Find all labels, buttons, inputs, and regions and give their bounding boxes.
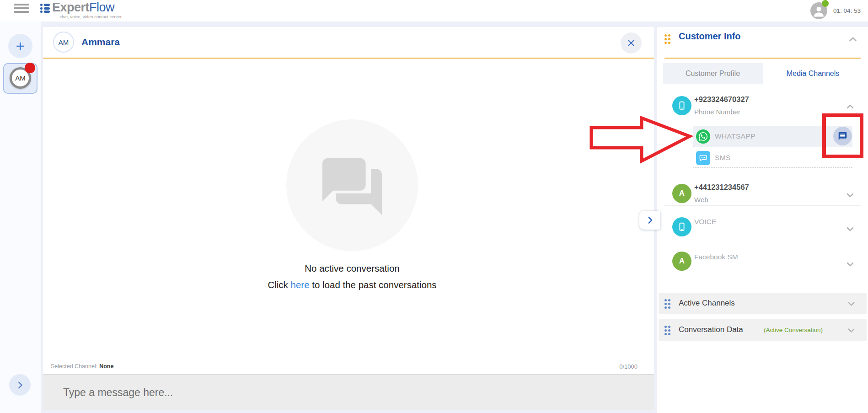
conversation-tab-ammara[interactable]: AM <box>3 63 38 94</box>
avatar-initial: A <box>679 257 685 266</box>
drag-handle-icon[interactable] <box>664 34 670 44</box>
chevron-up-icon <box>847 33 859 45</box>
logo-dots-icon <box>40 4 51 14</box>
expand-web-group-button[interactable] <box>845 190 856 203</box>
logo-text: ExpertFlow <box>52 0 114 15</box>
selected-channel-value: None <box>99 363 113 370</box>
forum-icon <box>320 153 385 218</box>
close-conversation-button[interactable] <box>621 32 642 54</box>
chevron-down-icon[interactable] <box>846 325 857 338</box>
sms-label: SMS <box>715 154 731 162</box>
app-window: ExpertFlow chat, voice, video contact ce… <box>0 0 868 413</box>
selected-channel-label: Selected Channel: <box>51 363 97 370</box>
chevron-down-icon <box>845 190 856 201</box>
plus-icon: + <box>16 37 25 55</box>
chevron-down-icon <box>845 224 856 235</box>
channel-row-sms[interactable]: SMS <box>693 149 852 168</box>
mobile-phone-icon <box>677 222 687 232</box>
notification-dot <box>25 63 35 73</box>
customer-info-panel: Customer Info Customer Profile Media Cha… <box>657 27 868 413</box>
divider <box>664 239 861 239</box>
logo-expert: Expert <box>52 0 89 14</box>
empty-prefix: Click <box>268 279 290 290</box>
close-icon <box>627 38 636 48</box>
phone-number-type: Phone Number <box>694 108 740 116</box>
sms-icon <box>696 151 710 165</box>
start-whatsapp-chat-button[interactable] <box>833 127 852 145</box>
mobile-phone-icon <box>677 101 687 111</box>
tab-customer-profile[interactable]: Customer Profile <box>663 63 763 84</box>
top-header: ExpertFlow chat, voice, video contact ce… <box>0 0 868 21</box>
facebook-label: Facebook SM <box>694 253 738 261</box>
phone-number-value: +923324670327 <box>694 95 749 104</box>
load-past-conversations-link[interactable]: here <box>291 279 310 290</box>
panel-collapse-handle[interactable] <box>639 211 660 230</box>
contact-avatar: AM <box>53 32 74 53</box>
empty-suffix: to load the past conversations <box>310 279 437 290</box>
collapse-customer-info-button[interactable] <box>847 33 859 47</box>
voice-channel-icon <box>672 217 691 236</box>
chat-panel: AM Ammara No active conversation Click h… <box>43 27 654 410</box>
empty-state-title: No active conversation <box>43 263 661 274</box>
drag-handle-icon[interactable] <box>664 326 670 335</box>
customer-info-header: Customer Info <box>664 27 861 59</box>
avatar-initial: A <box>679 189 685 198</box>
chat-bubble-icon <box>838 131 847 141</box>
chevron-right-icon <box>15 380 25 390</box>
session-timer: 01: 04: 53 <box>833 7 861 14</box>
contact-name: Ammara <box>81 37 120 48</box>
web-avatar-icon: A <box>672 184 691 203</box>
whatsapp-label: WHATSAPP <box>715 132 755 140</box>
whatsapp-icon <box>696 129 710 144</box>
phone-channel-icon <box>672 96 691 115</box>
chat-header: AM Ammara <box>43 27 654 59</box>
chevron-up-icon <box>845 101 856 112</box>
facebook-avatar-icon: A <box>672 252 691 271</box>
empty-state-circle <box>286 119 418 251</box>
new-conversation-button[interactable]: + <box>8 34 32 58</box>
conversation-data-title: Conversation Data <box>679 325 743 334</box>
conversation-sidebar: + AM <box>0 21 41 413</box>
customer-info-title: Customer Info <box>679 31 741 42</box>
active-conversation-badge: (Active Conversation) <box>764 327 823 333</box>
web-type: Web <box>694 196 708 204</box>
drag-handle-icon[interactable] <box>664 299 670 309</box>
logo-tagline: chat, voice, video contact center <box>52 14 129 19</box>
tab-media-channels[interactable]: Media Channels <box>763 63 863 84</box>
character-counter: 0/1000 <box>619 363 638 370</box>
channel-row-whatsapp[interactable]: WHATSAPP <box>693 126 852 147</box>
sms-glyph <box>699 154 707 162</box>
active-channels-title: Active Channels <box>679 299 735 308</box>
voice-label: VOICE <box>694 218 716 226</box>
selected-channel-status: Selected Channel:None <box>51 363 113 370</box>
chevron-right-icon <box>645 215 655 225</box>
hamburger-menu-icon[interactable] <box>14 4 29 13</box>
message-input[interactable] <box>63 382 566 402</box>
active-channels-section[interactable]: Active Channels <box>659 293 867 314</box>
chevron-down-icon[interactable] <box>846 299 857 311</box>
logo-flow: Flow <box>89 0 114 14</box>
collapse-phone-group-button[interactable] <box>845 101 856 114</box>
message-composer <box>43 375 654 410</box>
chevron-down-icon <box>845 259 856 270</box>
divider <box>664 205 861 206</box>
empty-state-subtitle: Click here to load the past conversation… <box>43 279 661 290</box>
expand-voice-button[interactable] <box>845 224 856 236</box>
web-number-value: +441231234567 <box>694 183 749 192</box>
expand-facebook-button[interactable] <box>845 259 856 272</box>
sidebar-expand-button[interactable] <box>9 374 31 396</box>
presence-status-dot <box>822 0 829 7</box>
whatsapp-glyph <box>699 132 707 141</box>
conversation-data-section[interactable]: Conversation Data (Active Conversation) <box>659 319 867 341</box>
